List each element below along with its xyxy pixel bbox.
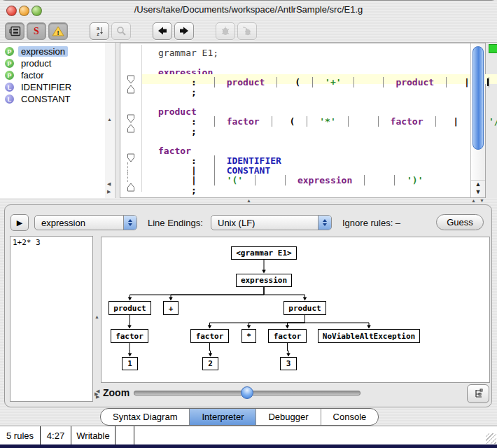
syntax-coloring-button[interactable]: S [27, 22, 46, 40]
tree-node-noviable[interactable]: NoViableAltException [318, 329, 420, 343]
line-endings-select[interactable]: Unix (LF) [211, 215, 332, 230]
grammar-editor[interactable]: grammar E1;expression : product ('+' pro… [120, 43, 486, 198]
zoom-slider[interactable] [134, 386, 360, 398]
tree-node-factor2[interactable]: factor [190, 329, 229, 343]
start-rule-select[interactable]: expression [34, 215, 137, 230]
editor-line[interactable]: ; [120, 84, 471, 94]
fold-marker-icon [120, 74, 142, 84]
editor-line[interactable]: | '(' expression ')' [120, 172, 471, 182]
scroll-up-icon[interactable]: ▲ [107, 117, 112, 122]
toggle-rules-button[interactable] [5, 22, 24, 40]
editor-line[interactable] [120, 55, 471, 64]
tree-node-factor3[interactable]: factor [268, 329, 307, 343]
gutter [120, 133, 142, 143]
chevron-updown-icon [123, 216, 136, 230]
tab-syntax-diagram[interactable]: Syntax Diagram [101, 409, 189, 425]
parse-tree-canvas[interactable]: <grammar E1>expressionproduct+productfac… [101, 237, 490, 383]
svg-text:S: S [34, 26, 39, 36]
input-tree-splitter[interactable]: ▲ ▶ [94, 236, 101, 402]
tree-node-two[interactable]: 2 [202, 357, 218, 370]
code-text: : IDENTIFIER [142, 153, 471, 162]
rules-sidebar: PexpressionPproductPfactorLIDENTIFIERLCO… [0, 43, 106, 198]
code-text [142, 55, 471, 64]
tab-console[interactable]: Console [321, 409, 379, 425]
tree-node-product1[interactable]: product [108, 301, 151, 315]
scrollbar-arrows[interactable]: ▲▼ [471, 180, 485, 196]
editor-line[interactable] [120, 133, 471, 143]
sort-rules-button[interactable]: az [90, 22, 109, 40]
tree-view-button[interactable] [467, 384, 489, 403]
editor-line[interactable]: expression [120, 64, 471, 74]
warning-icon: ! [52, 26, 64, 36]
editor-line[interactable]: product [120, 104, 471, 113]
tree-node-plus[interactable]: + [163, 301, 178, 315]
main-content: PexpressionPproductPfactorLIDENTIFIERLCO… [0, 42, 497, 198]
rule-name: expression [18, 46, 68, 57]
tree-node-star[interactable]: * [241, 329, 256, 343]
forward-button[interactable] [174, 22, 194, 40]
sidebar-rule-expression[interactable]: Pexpression [0, 46, 105, 57]
expand-right-icon[interactable]: ▶ [107, 189, 111, 195]
editor-line[interactable]: grammar E1; [120, 45, 471, 55]
splitter-handle-icon[interactable]: ▲ [246, 198, 251, 203]
horizontal-splitter[interactable]: ▲ ▲ ▼ [0, 197, 497, 204]
editor-line[interactable] [120, 94, 471, 104]
splitter-up-icon[interactable]: ▲ [471, 198, 476, 203]
syntax-status-indicator [489, 44, 497, 53]
rules-panel-icon [9, 26, 21, 36]
editor-scrollbar[interactable]: ▲▼ [470, 43, 485, 197]
code-text [142, 94, 471, 104]
fold-marker-icon [120, 182, 142, 192]
tree-node-expression[interactable]: expression [236, 274, 292, 287]
code-text: expression [142, 64, 471, 74]
zoom-label: Zoom [103, 387, 130, 398]
gutter [120, 64, 142, 74]
tab-debugger[interactable]: Debugger [255, 409, 320, 425]
slider-thumb[interactable] [241, 386, 253, 399]
code-text: ; [142, 182, 471, 192]
syntax-warnings-button[interactable]: ! [48, 22, 68, 40]
scrollbar-thumb[interactable] [472, 46, 484, 150]
editor-line[interactable]: : product ('+' product | '-' product)* [120, 74, 471, 84]
splitter-arrow-icon[interactable]: ▲ [94, 314, 99, 319]
sidebar-rule-IDENTIFIER[interactable]: LIDENTIFIER [0, 81, 105, 93]
sort-az-icon: az [94, 25, 104, 36]
find-button [111, 22, 131, 40]
resize-grip-icon[interactable] [486, 433, 496, 444]
guess-button[interactable]: Guess [436, 214, 484, 230]
run-interpreter-button[interactable]: ▶ [10, 214, 29, 231]
fold-marker-icon [120, 123, 142, 133]
editor-line[interactable]: ; [120, 123, 471, 133]
editor-line[interactable]: factor [120, 143, 471, 153]
back-button[interactable] [153, 22, 172, 40]
tree-node-three[interactable]: 3 [280, 357, 297, 370]
arrow-right-icon [178, 26, 190, 36]
gutter [120, 104, 142, 113]
line-endings-value: Unix (LF) [211, 218, 318, 228]
collapse-left-icon[interactable]: ◀ [107, 181, 111, 187]
sidebar-scrollbar[interactable]: ▲ ◀ ▶ [105, 43, 115, 198]
editor-line[interactable]: : factor ('*' factor | '/' factor)* [120, 113, 471, 123]
tree-node-product2[interactable]: product [284, 301, 326, 315]
code-text: grammar E1; [142, 45, 471, 55]
code-text: ; [142, 84, 471, 94]
tree-node-root[interactable]: <grammar E1> [231, 246, 297, 260]
tree-node-factor1[interactable]: factor [111, 329, 148, 343]
test-input-area[interactable]: 1+2* 3 [10, 236, 93, 402]
code-text: : factor ('*' factor | '/' factor)* [142, 113, 497, 123]
editor-line[interactable]: | CONSTANT [120, 162, 471, 172]
splitter-down-icon[interactable]: ▼ [479, 198, 484, 203]
sidebar-rule-product[interactable]: Pproduct [0, 57, 105, 69]
gutter [120, 45, 142, 55]
editor-line[interactable]: : IDENTIFIER [120, 153, 471, 162]
sidebar-rule-CONSTANT[interactable]: LCONSTANT [0, 93, 105, 105]
letter-s-icon: S [31, 25, 42, 36]
editor-line[interactable]: ; [120, 182, 471, 192]
sidebar-rule-factor[interactable]: Pfactor [0, 69, 105, 81]
zoom-collapse-icons[interactable]: ◀▶ [96, 388, 99, 400]
status-cell-0: 5 rules [0, 426, 41, 444]
window-title: /Users/take/Documents/workspace/AntlrSam… [0, 4, 497, 15]
code-text: product [142, 104, 471, 113]
tree-node-one[interactable]: 1 [122, 357, 138, 370]
tab-interpreter[interactable]: Interpreter [189, 409, 255, 425]
